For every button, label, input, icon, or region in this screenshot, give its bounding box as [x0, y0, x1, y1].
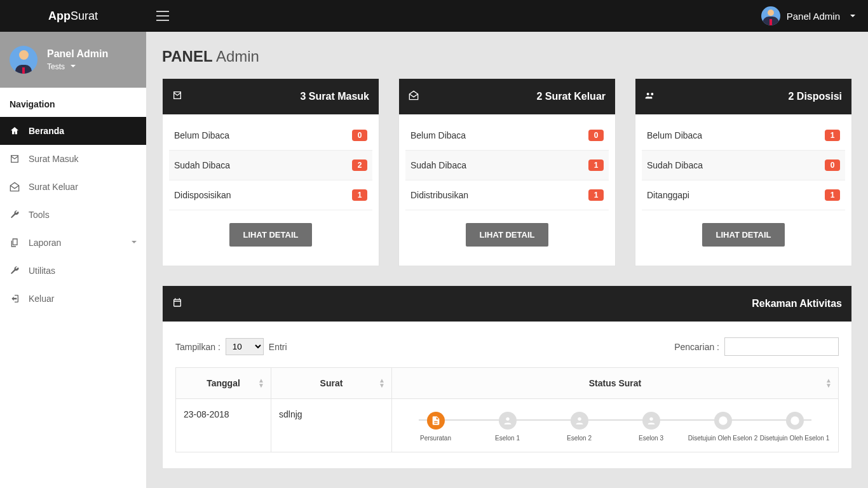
sidebar-item-beranda[interactable]: Beranda	[0, 117, 146, 145]
sidebar-item-label: Laporan	[29, 238, 61, 248]
status-dot	[642, 412, 660, 430]
card-row: Didistribusikan1	[405, 180, 609, 210]
user-menu[interactable]: Panel Admin	[761, 6, 855, 25]
mail-open-icon	[10, 182, 20, 192]
logout-icon	[10, 294, 20, 304]
topbar: App Surat Panel Admin	[0, 0, 868, 32]
card-row-label: Sudah Dibaca	[647, 160, 703, 170]
status-label: Disetujuin Oleh Eselon 2	[687, 435, 759, 442]
sidebar-profile-sub[interactable]: Tests	[47, 62, 108, 71]
status-step: Persuratan	[400, 412, 471, 442]
menu-toggle-icon[interactable]	[156, 11, 169, 21]
count-badge: 0	[352, 130, 367, 141]
page-length-select[interactable]: 10	[226, 338, 264, 355]
search-control: Pencarian :	[674, 337, 839, 356]
status-dot	[427, 412, 445, 430]
page-length-post: Entri	[269, 342, 287, 352]
sidebar: Panel Admin Tests Navigation BerandaSura…	[0, 32, 146, 488]
card-title: 3 Surat Masuk	[301, 91, 369, 102]
cell-surat: sdlnjg	[271, 399, 392, 452]
datatable-controls: Tampilkan : 10 Entri Pencarian :	[175, 337, 839, 356]
page-title-bold: PANEL	[162, 48, 213, 65]
card-row: Didisposisikan1	[169, 180, 372, 210]
sidebar-profile: Panel Admin Tests	[0, 32, 146, 88]
sidebar-item-laporan[interactable]: Laporan	[0, 229, 146, 257]
app-logo-rest: Surat	[71, 10, 98, 23]
col-status[interactable]: Status Surat▲▼	[392, 368, 839, 399]
mail-icon	[10, 154, 20, 164]
card-row-label: Belum Dibaca	[174, 130, 229, 140]
card-row: Sudah Dibaca2	[169, 151, 372, 180]
count-badge: 1	[352, 189, 367, 201]
sidebar-item-surat-masuk[interactable]: Surat Masuk	[0, 145, 146, 173]
sidebar-item-tools[interactable]: Tools	[0, 201, 146, 229]
count-badge: 1	[588, 189, 604, 201]
calendar-icon	[172, 297, 182, 310]
avatar-icon	[761, 6, 780, 25]
sidebar-item-keluar[interactable]: Keluar	[0, 285, 146, 313]
svg-point-0	[506, 417, 509, 421]
card-head: 2 Disposisi	[635, 79, 851, 114]
card-row: Belum Dibaca0	[169, 121, 372, 151]
chevron-down-icon	[846, 11, 855, 22]
app-logo-bold: App	[48, 10, 71, 23]
card-row: Belum Dibaca0	[405, 121, 609, 151]
count-badge: 1	[825, 189, 840, 201]
status-label: Disetujuin Oleh Eselon 1	[759, 435, 831, 442]
activity-table: Tanggal▲▼ Surat▲▼ Status Surat▲▼ 23-08-2…	[175, 367, 839, 452]
status-dot	[786, 412, 804, 430]
col-tanggal[interactable]: Tanggal▲▼	[176, 368, 271, 399]
sidebar-section: Navigation	[0, 88, 146, 117]
count-badge: 0	[825, 159, 840, 171]
card-row: Sudah Dibaca1	[405, 151, 609, 180]
detail-button[interactable]: LIHAT DETAIL	[466, 223, 549, 247]
card-row-label: Sudah Dibaca	[174, 160, 230, 170]
wrench-icon	[10, 210, 20, 220]
card-row: Belum Dibaca1	[642, 121, 845, 151]
status-dot	[499, 412, 517, 430]
detail-button[interactable]: LIHAT DETAIL	[229, 223, 313, 247]
sidebar-item-utilitas[interactable]: Utilitas	[0, 257, 146, 285]
wrench-icon	[10, 266, 20, 276]
detail-button[interactable]: LIHAT DETAIL	[702, 223, 785, 247]
user-menu-label: Panel Admin	[787, 11, 840, 22]
count-badge: 0	[588, 130, 604, 141]
main: PANEL Admin 3 Surat MasukBelum Dibaca0Su…	[146, 32, 868, 488]
sidebar-item-label: Tools	[29, 210, 50, 220]
activity-panel: Rekaman Aktivitas Tampilkan : 10 Entri P…	[162, 285, 852, 469]
page-length: Tampilkan : 10 Entri	[175, 338, 287, 355]
status-label: Eselon 2	[543, 435, 615, 442]
search-input[interactable]	[724, 337, 839, 356]
card-row: Sudah Dibaca0	[642, 151, 845, 180]
svg-point-2	[649, 417, 653, 421]
sidebar-item-label: Surat Keluar	[29, 182, 78, 192]
sidebar-item-label: Utilitas	[29, 266, 55, 276]
card-row-label: Belum Dibaca	[410, 130, 466, 140]
chevron-down-icon	[128, 238, 137, 247]
card-row-label: Belum Dibaca	[647, 130, 702, 140]
card-title: 2 Disposisi	[789, 91, 842, 102]
mail-open-icon	[409, 90, 419, 103]
cell-tanggal: 23-08-2018	[176, 399, 271, 452]
copy-icon	[10, 238, 20, 248]
activity-title: Rekaman Aktivitas	[752, 298, 842, 309]
card-row: Ditanggapi1	[642, 180, 845, 210]
app-logo[interactable]: App Surat	[0, 10, 146, 23]
cell-status: PersuratanEselon 1Eselon 2Eselon 3Disetu…	[392, 399, 839, 452]
card-row-label: Ditanggapi	[647, 190, 689, 200]
sidebar-item-surat-keluar[interactable]: Surat Keluar	[0, 173, 146, 201]
card-row-label: Didisposisikan	[174, 190, 231, 200]
status-label: Eselon 1	[471, 435, 543, 442]
status-step: Eselon 1	[471, 412, 543, 442]
summary-card: 3 Surat MasukBelum Dibaca0Sudah Dibaca2D…	[162, 78, 379, 266]
status-step: Disetujuin Oleh Eselon 1	[759, 412, 831, 442]
col-surat[interactable]: Surat▲▼	[271, 368, 392, 399]
status-step: Disetujuin Oleh Eselon 2	[687, 412, 759, 442]
summary-card: 2 DisposisiBelum Dibaca1Sudah Dibaca0Dit…	[635, 78, 852, 266]
card-row-label: Didistribusikan	[410, 190, 468, 200]
avatar-icon	[10, 46, 37, 74]
card-title: 2 Surat Keluar	[537, 91, 606, 102]
count-badge: 2	[352, 159, 367, 171]
summary-card: 2 Surat KeluarBelum Dibaca0Sudah Dibaca1…	[398, 78, 616, 266]
status-label: Eselon 3	[615, 435, 687, 442]
